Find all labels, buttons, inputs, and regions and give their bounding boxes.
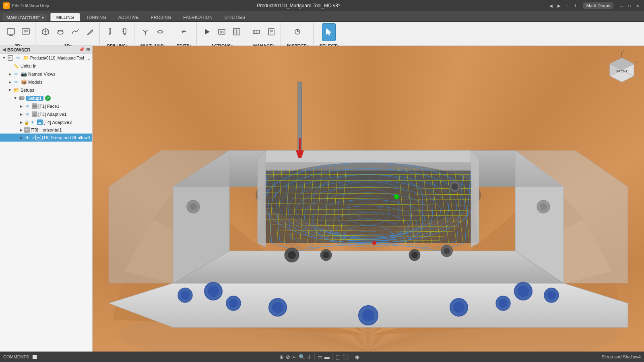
expander-setups[interactable]: ▶ (7, 87, 13, 93)
viewport[interactable]: FRONT Z Y X (93, 46, 644, 352)
browser-item-horizontal1[interactable]: ▶ [T3] Horizontal1 (0, 126, 92, 134)
lock-adaptive2-icon: 🔒 (24, 120, 29, 125)
svg-point-12 (144, 31, 146, 33)
minimize-button[interactable]: — (618, 2, 625, 9)
browser-item-adaptive1[interactable]: ▶ 👁 [T3] Adaptive1 (0, 110, 92, 118)
browser-item-root[interactable]: ▶ P 👁 📁 Product#0110_Mudguard Tool_MD... (0, 54, 92, 62)
vc-look-btn[interactable]: ⊘ (286, 354, 290, 360)
expander-adaptive2[interactable]: ▶ (19, 119, 24, 125)
browser-item-setups[interactable]: ▶ 📂 Setups (0, 86, 92, 94)
vc-zoom-btn[interactable]: 🔍 (299, 354, 305, 360)
maximize-button[interactable]: □ (626, 2, 633, 9)
multiaxis-btn1[interactable] (138, 23, 152, 41)
setup1-badge: Setup1 (26, 96, 43, 101)
statusbar-expand-icon[interactable]: ⬜ (32, 355, 37, 359)
browser-item-adaptive2[interactable]: ▶ 🔒 👁 [T4] Adaptive2 (0, 118, 92, 126)
svg-text:X: X (635, 60, 637, 63)
expander-adaptive1[interactable]: ▶ (19, 111, 24, 117)
titlebar: F File Edit View Help Product#0110_Mudgu… (0, 0, 644, 11)
bore-btn[interactable] (118, 23, 132, 41)
vc-env2-btn[interactable]: ⬛ (343, 354, 349, 360)
vis-adaptive2: 👁 (29, 119, 36, 125)
user-button[interactable]: Marti Deans (583, 2, 613, 9)
vis-face1: 👁 (24, 103, 31, 109)
expander-models[interactable]: ▶ (7, 79, 13, 85)
vc-fit-btn[interactable]: ⊹ (307, 354, 312, 360)
3d-contour-btn[interactable] (68, 23, 82, 41)
browser-item-models[interactable]: ▶ 👁 📦 Models (0, 78, 92, 86)
expander-face1[interactable]: ▶ (19, 103, 24, 109)
browser-item-units[interactable]: 📏 Units: in (0, 62, 92, 70)
statusbar: COMMENTS ⬜ ⊕ ⊘ ↩ 🔍 ⊹ ▭ ▬ ⬚ ⬛ ◉ Steep and… (0, 352, 644, 362)
tab-turning[interactable]: TURNING (80, 13, 112, 21)
op-face1-icon (32, 103, 37, 109)
browser-pin-icon[interactable]: 📌 (79, 47, 85, 52)
3d-pocket-btn[interactable] (54, 23, 67, 41)
vc-display1-btn[interactable]: ▭ (318, 354, 322, 360)
browser-panel: ◀ BROWSER 📌 ⊞ ▶ P 👁 📁 Product#0110_Mudgu… (0, 46, 93, 352)
steep4-label: [T6] Steep and Shallow4 (42, 135, 90, 140)
comments-button[interactable]: COMMENTS (3, 354, 29, 359)
folder-icon: 📁 (23, 55, 29, 61)
manage-nc-btn[interactable] (264, 23, 278, 41)
title-bar-menu[interactable]: File Edit View Help (12, 3, 49, 8)
tab-probing[interactable]: PROBING (145, 13, 178, 21)
setup-edit-btn[interactable] (19, 23, 33, 41)
next-button[interactable]: ▶ (556, 2, 562, 9)
multiaxis-btn2[interactable] (153, 23, 167, 41)
main-area: ◀ BROWSER 📌 ⊞ ▶ P 👁 📁 Product#0110_Mudgu… (0, 46, 644, 352)
ribbon-group-3d: 3D ▾ 3D (36, 23, 100, 45)
tab-additive[interactable]: ADDITIVE (112, 13, 145, 21)
ribbon-group-setup: 2D ▾ SETUP (2, 23, 35, 45)
toolpath-table-btn[interactable] (230, 23, 244, 41)
vc-sep1 (314, 354, 315, 360)
browser-item-named-views[interactable]: ▶ 👁 📷 Named Views (0, 70, 92, 78)
expander-steep4[interactable]: ▶ (19, 135, 24, 140)
edits-transform-btn[interactable] (177, 23, 191, 41)
models-icon: 📦 (21, 79, 27, 85)
vc-env1-btn[interactable]: ⬚ (336, 354, 341, 360)
setups-label: Setups (21, 88, 34, 93)
close-button[interactable]: ✕ (634, 2, 641, 9)
browser-item-steep4[interactable]: ▶ 👁 ✓ [T6] Steep and Shallow4 (0, 134, 92, 142)
vc-3d-btn[interactable]: ◉ (355, 354, 359, 360)
tab-utilities[interactable]: UTILITIES (219, 13, 251, 21)
select-cursor-btn[interactable] (322, 23, 336, 41)
inspect-measure-btn[interactable] (291, 23, 304, 41)
viewcube[interactable]: FRONT Z Y X (604, 50, 640, 86)
setup-new-btn[interactable] (4, 23, 18, 41)
tab-fabrication[interactable]: FABRICATION (177, 13, 219, 21)
svg-text:P: P (9, 56, 11, 60)
manage-tools-btn[interactable] (250, 23, 263, 41)
expander-root[interactable]: ▶ (2, 55, 7, 61)
new-tab-button[interactable]: + (564, 2, 570, 9)
setup1-icon (19, 95, 25, 101)
expander-horizontal1[interactable]: ▶ (19, 127, 24, 133)
info-button[interactable]: ℹ (572, 2, 578, 9)
browser-item-face1[interactable]: ▶ 👁 [T1] Face1 (0, 102, 92, 110)
horizontal1-label: [T3] Horizontal1 (31, 128, 62, 132)
prev-button[interactable]: ◀ (548, 2, 554, 9)
browser-collapse-icon[interactable]: ◀ (2, 47, 6, 52)
post-process-btn[interactable]: G1 (215, 23, 229, 41)
browser-content: ▶ P 👁 📁 Product#0110_Mudguard Tool_MD...… (0, 54, 92, 352)
svg-text:FRONT: FRONT (616, 70, 627, 73)
expander-setup1[interactable]: ▶ (13, 95, 19, 101)
face1-label: [T1] Face1 (38, 104, 60, 109)
3d-pencil-btn[interactable] (83, 23, 97, 41)
manufacture-dropdown[interactable]: MANUFACTURE ▾ (3, 14, 47, 21)
units-icon: 📏 (13, 63, 19, 69)
browser-item-setup1[interactable]: ▶ Setup1 ✓ (0, 94, 92, 102)
simulate-btn[interactable] (200, 23, 214, 41)
svg-point-7 (58, 31, 63, 34)
vc-orbit-btn[interactable]: ⊕ (279, 354, 284, 360)
tab-milling[interactable]: MILLING (50, 13, 80, 21)
browser-expand-icon[interactable]: ⊞ (86, 47, 90, 52)
vc-undo-btn[interactable]: ↩ (292, 354, 297, 360)
expander-named-views[interactable]: ▶ (7, 71, 13, 77)
view-controls: ⊕ ⊘ ↩ 🔍 ⊹ ▭ ▬ ⬚ ⬛ ◉ (279, 354, 359, 360)
3d-adaptive-btn[interactable] (39, 23, 52, 41)
vc-display2-btn[interactable]: ▬ (324, 354, 330, 360)
drill-btn[interactable] (103, 23, 117, 41)
ribbon-group-select: SELECT ▾ SELECT (314, 23, 344, 45)
